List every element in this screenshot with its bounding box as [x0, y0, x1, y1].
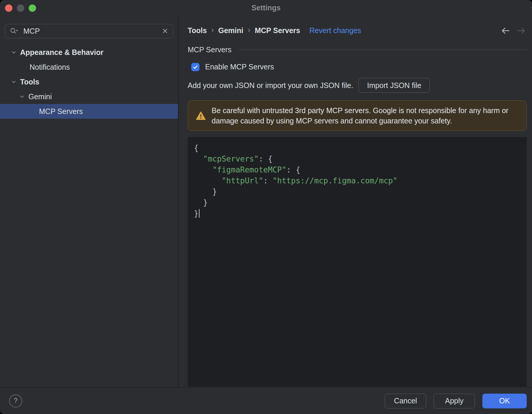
text-caret — [199, 209, 200, 218]
section-header: MCP Servers — [188, 45, 527, 54]
breadcrumb-separator-icon: › — [248, 25, 250, 35]
sidebar-item-label: Notifications — [30, 63, 70, 71]
settings-window: Settings ✕ Appearance & Behavior Notific… — [0, 0, 532, 414]
forward-arrow-icon[interactable] — [516, 27, 526, 34]
import-row: Add your own JSON or import your own JSO… — [188, 78, 430, 93]
warning-text: Be careful with untrusted 3rd party MCP … — [212, 105, 515, 126]
breadcrumb-item-mcp-servers[interactable]: MCP Servers — [255, 26, 300, 35]
sidebar-item-gemini[interactable]: Gemini — [0, 89, 178, 104]
settings-tree: Appearance & Behavior Notifications Tool… — [0, 45, 178, 119]
footer-bar: ? Cancel Apply OK — [0, 387, 532, 414]
chevron-down-icon[interactable] — [11, 79, 16, 84]
breadcrumb-separator-icon: › — [211, 25, 214, 35]
help-button[interactable]: ? — [9, 395, 22, 408]
search-input[interactable] — [23, 27, 162, 36]
apply-button[interactable]: Apply — [434, 394, 475, 408]
settings-search-field[interactable]: ✕ — [5, 24, 173, 38]
back-arrow-icon[interactable] — [501, 27, 511, 34]
import-hint-text: Add your own JSON or import your own JSO… — [188, 81, 353, 90]
clear-search-icon[interactable]: ✕ — [162, 27, 168, 35]
sidebar-item-label: Tools — [20, 78, 39, 86]
warning-icon — [196, 111, 206, 120]
sidebar-item-mcp-servers[interactable]: MCP Servers — [0, 104, 178, 119]
import-json-button[interactable]: Import JSON file — [359, 78, 430, 93]
section-divider — [238, 49, 527, 50]
title-bar: Settings — [0, 0, 532, 16]
sidebar-item-notifications[interactable]: Notifications — [0, 60, 178, 74]
json-editor[interactable]: { "mcpServers": { "figmaRemoteMCP": { "h… — [188, 137, 527, 387]
breadcrumb-item-tools[interactable]: Tools — [188, 26, 207, 35]
ok-button[interactable]: OK — [482, 394, 527, 408]
chevron-down-icon[interactable] — [20, 94, 25, 99]
breadcrumb-item-gemini[interactable]: Gemini — [218, 26, 243, 35]
breadcrumb: Tools › Gemini › MCP Servers Revert chan… — [188, 25, 361, 36]
cancel-button[interactable]: Cancel — [385, 394, 426, 408]
enable-mcp-row: Enable MCP Servers — [191, 63, 274, 71]
revert-changes-link[interactable]: Revert changes — [309, 26, 361, 35]
enable-mcp-checkbox[interactable] — [191, 63, 200, 71]
sidebar-item-label: MCP Servers — [39, 107, 83, 116]
sidebar-divider — [178, 16, 179, 387]
sidebar-item-label: Appearance & Behavior — [20, 48, 103, 57]
warning-banner: Be careful with untrusted 3rd party MCP … — [188, 100, 527, 131]
enable-mcp-label: Enable MCP Servers — [205, 63, 274, 71]
section-title: MCP Servers — [188, 45, 231, 54]
check-icon — [192, 64, 198, 70]
sidebar-item-label: Gemini — [28, 92, 52, 101]
chevron-down-icon[interactable] — [11, 50, 16, 55]
json-editor-code: { "mcpServers": { "figmaRemoteMCP": { "h… — [194, 143, 527, 219]
sidebar-item-appearance-behavior[interactable]: Appearance & Behavior — [0, 45, 178, 60]
search-icon[interactable] — [10, 27, 19, 35]
sidebar-item-tools[interactable]: Tools — [0, 74, 178, 89]
window-title: Settings — [0, 0, 532, 16]
help-icon: ? — [14, 397, 18, 405]
